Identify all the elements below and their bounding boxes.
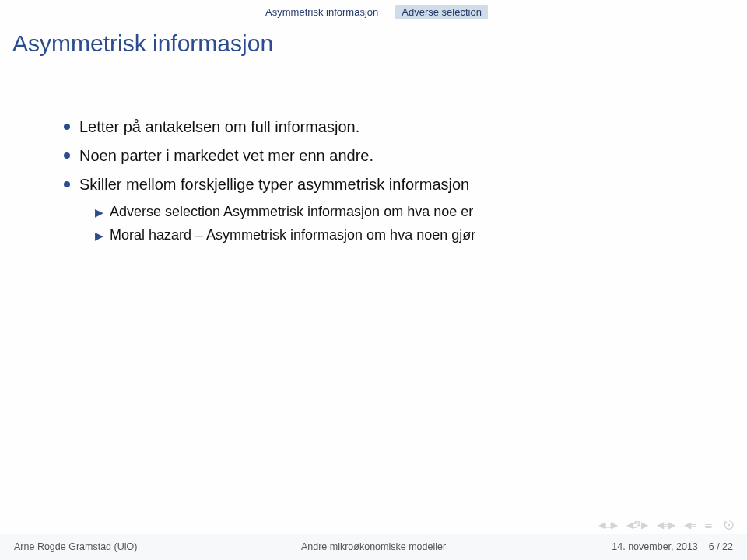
footer-date: 14. november, 2013 [612,541,698,552]
breadcrumb: Asymmetrisk informasjon Adverse selectio… [0,0,747,19]
slide: Asymmetrisk informasjon Adverse selectio… [0,0,747,560]
chevron-left-icon: ◀ [684,520,689,530]
cycle-icon [724,520,735,530]
sub-list-item-text: Adverse selection Asymmetrisk informasjo… [110,201,473,223]
page-title: Asymmetrisk informasjon [12,30,273,57]
sub-list-item: ▶ Moral hazard – Asymmetrisk informasjon… [95,225,705,247]
nav-first-button[interactable]: ◀ □ ▶ [598,520,615,530]
nav-prev-section-button[interactable]: ◀ 🗇 ▶ [626,520,646,530]
list-item-text: Skiller mellom forskjellige typer asymme… [79,173,469,197]
footer-page: 6 / 22 [709,541,733,552]
nav-bars-icon: ≡ [663,519,669,530]
bullet-icon [64,152,70,159]
nav-bars-icon: ≣ [704,519,713,530]
body: Letter på antakelsen om full informasjon… [64,115,705,247]
sub-list: ▶ Adverse selection Asymmetrisk informas… [95,201,705,247]
svg-point-0 [728,523,730,525]
triangle-icon: ▶ [95,228,103,245]
nav-bars-icon: ≡ [690,519,696,530]
sub-list-item: ▶ Adverse selection Asymmetrisk informas… [95,201,705,223]
title-rule [12,68,733,68]
list-item-text: Noen parter i markedet vet mer enn andre… [79,144,374,168]
list-item: Letter på antakelsen om full informasjon… [64,115,705,139]
subsection-tab-active[interactable]: Adverse selection [395,5,488,19]
slide-nav: ◀ □ ▶ ◀ 🗇 ▶ ◀ ≡ ▶ ◀ ≡ ≣ [598,519,735,530]
triangle-icon: ▶ [95,205,103,222]
chevron-left-icon: ◀ [598,520,603,530]
list-item: Skiller mellom forskjellige typer asymme… [64,173,705,197]
chevron-left-icon: ◀ [657,520,661,530]
footer-author: Arne Rogde Gramstad (UiO) [14,541,137,552]
chevron-right-icon: ▶ [668,520,673,530]
chevron-right-icon: ▶ [611,520,615,530]
list-item: Noen parter i markedet vet mer enn andre… [64,144,705,168]
sub-list-item-text: Moral hazard – Asymmetrisk informasjon o… [110,225,475,247]
bullet-icon [64,181,70,187]
footer-right: 14. november, 2013 6 / 22 [612,541,733,552]
nav-cycle-button[interactable] [724,520,735,530]
nav-frame-outline-icon: □ [605,520,611,530]
list-item-text: Letter på antakelsen om full informasjon… [79,115,359,139]
chevron-left-icon: ◀ [626,520,631,530]
chevron-right-icon: ▶ [641,520,646,530]
nav-prev-button[interactable]: ◀ ≡ [684,519,696,530]
nav-prev-slide-button[interactable]: ◀ ≡ ▶ [657,519,674,530]
section-tab[interactable]: Asymmetrisk informasjon [259,5,384,19]
nav-subsection-icon: 🗇 [632,520,640,530]
footer: Arne Rogde Gramstad (UiO) Andre mikroøko… [0,534,747,560]
bullet-icon [64,124,70,130]
